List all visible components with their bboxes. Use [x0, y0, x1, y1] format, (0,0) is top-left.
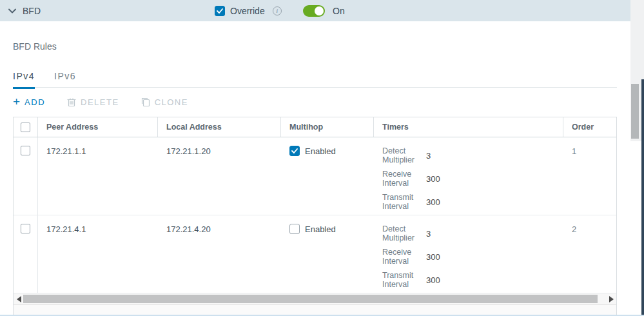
local-address-cell: 172.21.4.20: [158, 215, 281, 293]
transmit-interval-label: Transmit Interval: [382, 193, 426, 211]
column-header-multihop: Multihop: [281, 117, 374, 137]
timers-cell: Detect Multiplier 3 Receive Interval 300…: [374, 215, 563, 293]
grid-toolbar: + ADD DELETE CLONE: [13, 95, 188, 109]
receive-interval-value: 300: [426, 252, 440, 262]
tab-ipv6[interactable]: IPv6: [54, 71, 76, 89]
order-value: 2: [572, 224, 576, 234]
ip-version-tabs: IPv4 IPv6: [13, 71, 76, 89]
delete-button[interactable]: DELETE: [67, 97, 119, 107]
tab-ipv4[interactable]: IPv4: [13, 71, 35, 89]
row-select-checkbox[interactable]: [21, 224, 30, 233]
row-select-cell: [14, 215, 38, 293]
table-footer-strip: [14, 305, 616, 315]
order-value: 1: [572, 146, 576, 156]
delete-button-label: DELETE: [81, 97, 119, 107]
scroll-right-arrow-icon[interactable]: [609, 296, 614, 302]
transmit-interval-label: Transmit Interval: [382, 271, 426, 289]
table-body: 172.21.1.1 172.21.1.20 Enabled Detect Mu…: [14, 137, 616, 293]
column-header-timers: Timers: [374, 117, 563, 137]
select-all-checkbox[interactable]: [21, 123, 30, 132]
override-control: Override i: [215, 0, 282, 21]
trash-icon: [67, 97, 76, 107]
detect-multiplier-label: Detect Multiplier: [382, 224, 426, 242]
multihop-enabled-label: Enabled: [305, 146, 336, 156]
multihop-checkbox[interactable]: [289, 224, 300, 234]
clone-button[interactable]: CLONE: [141, 97, 188, 107]
bfd-toggle[interactable]: [303, 5, 325, 17]
table-row: 172.21.4.1 172.21.4.20 Enabled Detect Mu…: [14, 215, 616, 293]
column-header-order: Order: [563, 117, 616, 137]
bfd-rules-title: BFD Rules: [13, 41, 57, 52]
order-cell: 1: [563, 137, 616, 215]
outer-scrollbar-edge: [641, 79, 644, 316]
row-select-cell: [14, 137, 38, 215]
add-button[interactable]: + ADD: [13, 97, 45, 107]
override-label: Override: [230, 6, 265, 16]
detect-multiplier-value: 3: [426, 229, 431, 239]
local-address-cell: 172.21.1.20: [158, 137, 281, 215]
transmit-interval-row: Transmit Interval 300: [382, 193, 563, 211]
section-title-bfd: BFD: [23, 6, 41, 16]
peer-address-cell: 172.21.4.1: [38, 215, 158, 293]
bfd-toggle-control: On: [303, 0, 345, 21]
scroll-left-arrow-icon[interactable]: [17, 296, 21, 302]
peer-address-cell: 172.21.1.1: [38, 137, 158, 215]
row-select-checkbox[interactable]: [21, 146, 30, 155]
multihop-cell: Enabled: [281, 215, 374, 293]
toggle-knob: [315, 6, 324, 15]
bfd-rules-table: Peer Address Local Address Multihop Time…: [13, 117, 617, 315]
bfd-section-header: BFD Override i On: [0, 0, 630, 21]
receive-interval-label: Receive Interval: [382, 248, 426, 266]
info-icon[interactable]: i: [273, 6, 282, 15]
column-header-peer-address: Peer Address: [38, 117, 158, 137]
receive-interval-label: Receive Interval: [382, 170, 426, 188]
multihop-cell: Enabled: [281, 137, 374, 215]
select-all-cell: [14, 117, 38, 137]
receive-interval-value: 300: [426, 174, 440, 184]
table-row: 172.21.1.1 172.21.1.20 Enabled Detect Mu…: [14, 137, 616, 215]
timers-cell: Detect Multiplier 3 Receive Interval 300…: [374, 137, 563, 215]
local-address-value: 172.21.4.20: [166, 224, 211, 234]
table-header-row: Peer Address Local Address Multihop Time…: [14, 117, 616, 137]
transmit-interval-value: 300: [426, 197, 440, 207]
multihop-checkbox[interactable]: [289, 146, 300, 156]
peer-address-value: 172.21.1.1: [46, 146, 86, 156]
override-checkbox[interactable]: [215, 6, 225, 16]
clone-icon: [141, 97, 150, 107]
receive-interval-row: Receive Interval 300: [382, 248, 563, 266]
add-button-label: ADD: [24, 97, 45, 107]
horizontal-scrollbar-thumb[interactable]: [23, 295, 598, 303]
plus-icon: +: [13, 97, 20, 106]
order-cell: 2: [563, 215, 616, 293]
receive-interval-row: Receive Interval 300: [382, 170, 563, 188]
detect-multiplier-row: Detect Multiplier 3: [382, 224, 563, 242]
detect-multiplier-row: Detect Multiplier 3: [382, 146, 563, 164]
detect-multiplier-value: 3: [426, 151, 431, 161]
multihop-enabled-label: Enabled: [305, 224, 336, 234]
chevron-down-icon[interactable]: [8, 8, 16, 14]
transmit-interval-row: Transmit Interval 300: [382, 271, 563, 289]
horizontal-scrollbar[interactable]: [14, 293, 616, 305]
column-header-local-address: Local Address: [158, 117, 281, 137]
vertical-scrollbar-thumb[interactable]: [631, 84, 639, 139]
clone-button-label: CLONE: [155, 97, 188, 107]
tabbar-divider: [13, 87, 617, 88]
transmit-interval-value: 300: [426, 275, 440, 285]
local-address-value: 172.21.1.20: [166, 146, 211, 156]
peer-address-value: 172.21.4.1: [46, 224, 86, 234]
detect-multiplier-label: Detect Multiplier: [382, 146, 426, 164]
toggle-state-label: On: [333, 6, 345, 16]
